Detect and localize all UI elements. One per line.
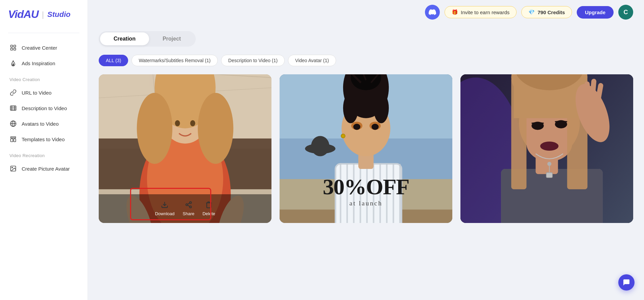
svg-point-57 <box>374 93 389 123</box>
svg-rect-8 <box>11 139 13 142</box>
video-card-3[interactable] <box>460 74 633 223</box>
chat-bubble[interactable] <box>618 274 635 291</box>
sidebar-item-ads-inspiration[interactable]: Ads Inspiration <box>0 55 88 71</box>
section-video-recreation: Video Recreation <box>0 147 88 161</box>
section-video-creation: Video Creation <box>0 71 88 85</box>
filter-video-avatar[interactable]: Video Avatar (1) <box>288 55 336 66</box>
sidebar-item-create-picture-avatar[interactable]: Create Picture Avatar <box>0 161 88 176</box>
sidebar-item-creative-center-label: Creative Center <box>22 45 57 51</box>
invite-label: Invite to earn rewards <box>461 9 509 15</box>
svg-point-29 <box>189 202 191 204</box>
video-grid: Download Share <box>99 74 633 223</box>
download-icon-circle <box>161 201 168 210</box>
filter-bar: ALL (3) Watermarks/Subtitles Removal (1)… <box>99 55 633 66</box>
delete-action[interactable]: Delete <box>202 201 215 216</box>
sidebar-item-creative-center[interactable]: Creative Center <box>0 40 88 55</box>
svg-line-32 <box>187 205 189 206</box>
film-icon <box>9 104 17 112</box>
filter-all[interactable]: ALL (3) <box>99 55 128 66</box>
sidebar-divider <box>8 33 79 33</box>
sidebar-item-ads-inspiration-label: Ads Inspiration <box>22 60 55 66</box>
header: 🎁 Invite to earn rewards 💎 790 Credits U… <box>88 0 644 24</box>
globe-icon <box>9 120 17 127</box>
credits-button[interactable]: 💎 790 Credits <box>521 6 572 18</box>
layout-icon <box>9 135 17 143</box>
tab-project[interactable]: Project <box>149 32 194 45</box>
svg-rect-88 <box>546 173 552 178</box>
filter-description-to-video[interactable]: Description to Video (1) <box>221 55 285 66</box>
svg-text:30%OFF: 30%OFF <box>323 174 409 199</box>
invite-icon: 🎁 <box>452 9 458 15</box>
main-content: 🎁 Invite to earn rewards 💎 790 Credits U… <box>88 0 644 300</box>
svg-point-11 <box>12 167 13 168</box>
svg-point-31 <box>189 206 191 208</box>
svg-point-39 <box>311 136 329 156</box>
discord-button[interactable] <box>425 5 440 20</box>
download-action[interactable]: Download <box>155 201 174 216</box>
svg-point-25 <box>190 120 195 126</box>
flame-icon <box>9 59 17 67</box>
sidebar-item-url-to-video[interactable]: URL to Video <box>0 85 88 100</box>
grid-icon <box>9 44 17 51</box>
sidebar-item-description-to-video-label: Description to Video <box>22 105 67 111</box>
sidebar-item-url-to-video-label: URL to Video <box>22 90 51 96</box>
svg-point-62 <box>341 134 345 138</box>
svg-point-61 <box>372 124 379 130</box>
svg-rect-1 <box>14 45 16 47</box>
share-icon-circle <box>185 201 192 210</box>
sidebar-item-description-to-video[interactable]: Description to Video <box>0 100 88 116</box>
share-action[interactable]: Share <box>183 201 194 216</box>
avatar[interactable]: C <box>618 5 633 20</box>
logo-divider: | <box>42 10 44 19</box>
credits-label: 790 Credits <box>538 9 565 15</box>
video-card-1[interactable]: Download Share <box>99 74 271 223</box>
image-icon <box>9 165 17 172</box>
download-label: Download <box>155 211 174 216</box>
link-icon <box>9 89 17 96</box>
svg-text:at launch: at launch <box>349 200 382 207</box>
sidebar: VidAU | Studio Creative Center Ads Inspi… <box>0 0 88 300</box>
share-label: Share <box>183 211 194 216</box>
svg-rect-4 <box>10 106 16 110</box>
svg-rect-3 <box>14 48 16 50</box>
svg-point-23 <box>198 93 233 164</box>
upgrade-button[interactable]: Upgrade <box>577 6 614 19</box>
content-area: Creation Project ALL (3) Watermarks/Subt… <box>88 24 644 300</box>
svg-line-33 <box>187 203 189 204</box>
filter-watermarks[interactable]: Watermarks/Subtitles Removal (1) <box>132 55 218 66</box>
sidebar-item-avatars-to-video[interactable]: Avatars to Video <box>0 116 88 131</box>
svg-point-60 <box>353 124 360 130</box>
logo-vidau: VidAU <box>8 8 39 21</box>
invite-button[interactable]: 🎁 Invite to earn rewards <box>445 6 517 18</box>
svg-point-86 <box>547 162 551 166</box>
delete-label: Delete <box>202 211 215 216</box>
sidebar-item-templates-to-video-label: Templates to Video <box>22 136 65 142</box>
tab-creation[interactable]: Creation <box>100 32 149 45</box>
svg-point-30 <box>186 204 188 206</box>
logo-studio: Studio <box>47 10 70 19</box>
svg-rect-9 <box>14 139 16 142</box>
svg-point-56 <box>343 93 358 123</box>
svg-rect-0 <box>11 45 13 47</box>
delete-icon-circle <box>205 201 213 210</box>
tab-bar: Creation Project <box>99 31 196 47</box>
video-card-2[interactable]: 30%OFF at launch <box>280 74 452 223</box>
sidebar-item-create-picture-avatar-label: Create Picture Avatar <box>22 166 70 172</box>
svg-point-22 <box>137 93 172 164</box>
svg-rect-7 <box>11 137 16 138</box>
video-actions-1: Download Share <box>99 194 271 223</box>
credits-icon: 💎 <box>528 9 535 15</box>
svg-point-24 <box>175 120 180 126</box>
sidebar-item-templates-to-video[interactable]: Templates to Video <box>0 131 88 147</box>
logo-area: VidAU | Studio <box>0 8 88 31</box>
sidebar-item-avatars-to-video-label: Avatars to Video <box>22 121 59 127</box>
svg-rect-2 <box>11 48 13 50</box>
